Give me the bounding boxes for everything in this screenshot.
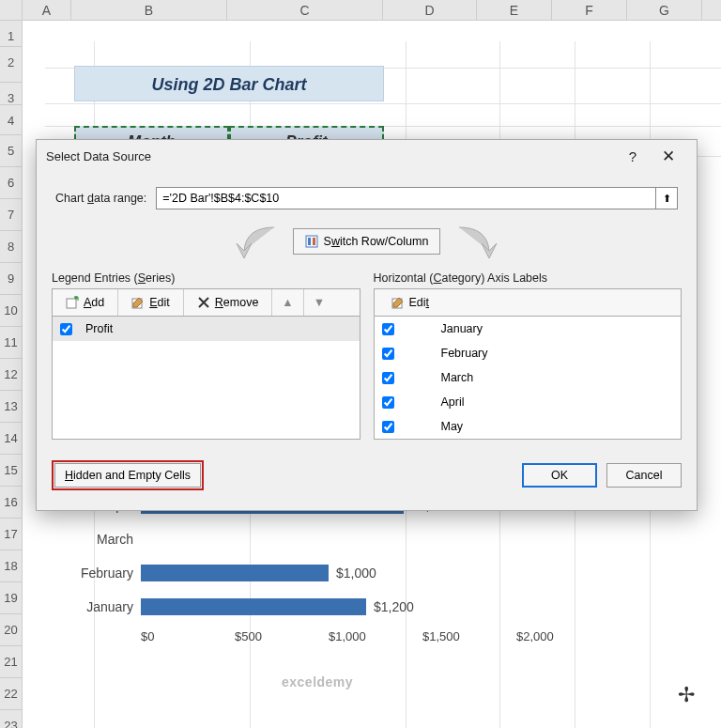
chart-data-range-input[interactable]: [156, 187, 656, 209]
dialog-title-text: Select Data Source: [46, 149, 151, 163]
category-checkbox[interactable]: [382, 396, 394, 409]
list-item[interactable]: Profit: [53, 317, 360, 341]
list-item[interactable]: January: [375, 317, 682, 341]
move-up-button[interactable]: ▲: [272, 289, 303, 316]
axis-labels-list[interactable]: January February March April May: [374, 316, 683, 440]
column-headers: A B C D E F G: [0, 0, 721, 21]
row-header[interactable]: 18: [0, 550, 23, 582]
category-checkbox[interactable]: [382, 323, 394, 335]
watermark: exceldemy: [282, 674, 353, 689]
col-header-D[interactable]: D: [383, 0, 477, 20]
row-header[interactable]: 14: [0, 423, 23, 455]
ok-button[interactable]: OK: [522, 463, 597, 488]
axis-tick: $2,000: [516, 629, 610, 643]
switch-row-column-button[interactable]: Switch Row/Column: [293, 228, 441, 255]
move-down-button[interactable]: ▼: [304, 289, 334, 316]
chart-data-range-label: Chart data range:: [55, 192, 146, 205]
legend-entries-label: Legend Entries (Series): [52, 271, 360, 285]
row-header[interactable]: 2: [0, 47, 23, 83]
svg-rect-0: [306, 236, 317, 247]
row-header[interactable]: 17: [0, 519, 23, 550]
row-headers: 1 2 3 4 5 6 7 8 9 10 11 12 13 14 15 16 1…: [0, 21, 23, 728]
row-header[interactable]: 8: [0, 231, 23, 263]
bar-value: $1,200: [374, 599, 414, 614]
row-header[interactable]: 9: [0, 263, 23, 295]
col-header-A[interactable]: A: [23, 0, 71, 20]
axis-labels-panel: Horizontal (Category) Axis Labels Edit J…: [374, 271, 683, 440]
category-checkbox[interactable]: [382, 421, 394, 433]
col-header-F[interactable]: F: [552, 0, 627, 20]
axis-tick: $1,500: [422, 629, 516, 643]
row-header[interactable]: 23: [0, 710, 23, 728]
sheet-title-cell: Using 2D Bar Chart: [74, 66, 384, 101]
dialog-titlebar[interactable]: Select Data Source ? ✕: [37, 140, 697, 172]
cancel-button[interactable]: Cancel: [606, 463, 682, 488]
axis-tick: $1,000: [329, 629, 422, 643]
remove-icon: [197, 296, 210, 309]
curved-arrow-left-icon: [227, 223, 285, 260]
svg-rect-3: [67, 299, 76, 308]
row-header[interactable]: 10: [0, 295, 23, 327]
list-item[interactable]: March: [375, 365, 682, 390]
row-header[interactable]: 13: [0, 391, 23, 423]
bar-label: February: [56, 565, 141, 581]
axis-labels-label: Horizontal (Category) Axis Labels: [374, 271, 683, 285]
row-header[interactable]: 21: [0, 646, 23, 678]
cursor-icon: ✢: [678, 683, 695, 707]
col-header-C[interactable]: C: [227, 0, 383, 20]
list-item[interactable]: April: [375, 390, 682, 414]
close-button[interactable]: ✕: [650, 147, 687, 166]
col-header-B[interactable]: B: [71, 0, 227, 20]
row-header[interactable]: 20: [0, 614, 23, 646]
row-header[interactable]: 15: [0, 455, 23, 487]
category-checkbox[interactable]: [382, 348, 394, 360]
add-series-button[interactable]: Add: [53, 289, 118, 316]
svg-rect-1: [308, 238, 311, 245]
row-header[interactable]: 1: [0, 21, 23, 47]
row-header[interactable]: 12: [0, 359, 23, 391]
switch-icon: [305, 235, 318, 248]
svg-rect-2: [313, 238, 315, 245]
edit-axis-labels-button[interactable]: Edit: [375, 289, 447, 316]
col-header-G[interactable]: G: [627, 0, 702, 20]
select-data-source-dialog: Select Data Source ? ✕ Chart data range:…: [36, 139, 698, 511]
bar-label: January: [56, 599, 141, 614]
row-header[interactable]: 22: [0, 678, 23, 710]
bar-row-february: February $1,000: [56, 556, 620, 590]
select-all-triangle[interactable]: [0, 0, 23, 20]
add-icon: [66, 296, 79, 309]
axis-tick: $500: [235, 629, 329, 643]
collapse-icon: ⬆: [663, 193, 671, 205]
legend-entries-panel: Legend Entries (Series) Add Edit Remove: [52, 271, 360, 440]
row-header[interactable]: 5: [0, 135, 23, 167]
remove-series-button[interactable]: Remove: [184, 289, 273, 316]
category-name: May: [441, 420, 464, 433]
bar-label: March: [56, 532, 141, 547]
hidden-empty-cells-button[interactable]: Hidden and Empty Cells: [54, 463, 201, 488]
category-checkbox[interactable]: [382, 372, 394, 384]
row-header[interactable]: 3: [0, 83, 23, 105]
series-checkbox[interactable]: [60, 323, 72, 335]
list-item[interactable]: May: [375, 414, 682, 439]
edit-icon: [391, 296, 405, 309]
row-header[interactable]: 7: [0, 199, 23, 231]
category-name: February: [441, 347, 488, 360]
row-header[interactable]: 16: [0, 487, 23, 519]
collapse-dialog-button[interactable]: ⬆: [655, 187, 678, 209]
bar-row-january: January $1,200: [56, 590, 620, 624]
row-header[interactable]: 4: [0, 105, 23, 135]
category-name: January: [441, 322, 483, 335]
row-header[interactable]: 11: [0, 327, 23, 359]
col-header-E[interactable]: E: [477, 0, 552, 20]
bar: [141, 598, 366, 615]
bar-chart[interactable]: April $1,400 March February $1,000 Janua…: [56, 488, 620, 643]
hidden-empty-cells-highlight: Hidden and Empty Cells: [52, 460, 204, 490]
category-name: March: [441, 371, 474, 384]
row-header[interactable]: 19: [0, 582, 23, 614]
category-name: April: [441, 395, 465, 409]
row-header[interactable]: 6: [0, 167, 23, 199]
help-button[interactable]: ?: [616, 148, 650, 164]
list-item[interactable]: February: [375, 341, 682, 365]
edit-series-button[interactable]: Edit: [118, 289, 184, 316]
legend-series-list[interactable]: Profit: [52, 316, 360, 440]
